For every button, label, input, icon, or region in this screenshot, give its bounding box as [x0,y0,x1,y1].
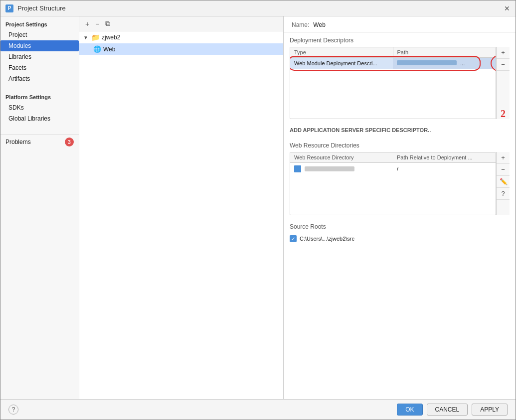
sidebar-item-global-libraries[interactable]: Global Libraries [0,113,79,124]
wr-folder-icon [294,165,301,172]
edit-button-area: ✏️ [494,58,496,69]
deployment-table-header: Type Path [290,47,496,58]
type-column-header: Type [290,47,393,57]
problems-row[interactable]: Problems 3 [0,135,79,149]
platform-settings-section: Platform Settings SDKs Global Libraries [0,89,79,124]
edit-button[interactable]: ✏️ [494,58,496,69]
wr-table-header: Web Resource Directory Path Relative to … [290,152,496,163]
cancel-button[interactable]: CANCEL [427,404,468,416]
web-resource-section: Web Resource Directories Web Resource Di… [284,138,516,219]
title-bar: P Project Structure ✕ [0,0,516,16]
wr-remove-button[interactable]: − [497,164,510,176]
deployment-table-container: Type Path Web Module Deployment Descri..… [290,47,496,119]
sidebar-item-facets[interactable]: Facets [0,62,79,73]
sidebar-item-modules[interactable]: Modules [0,40,79,51]
wr-directory-header: Web Resource Directory [290,152,393,162]
remove-button[interactable]: − [93,19,101,29]
dd-remove-button[interactable]: − [497,59,510,71]
module-icon: 🌐 [93,45,101,53]
source-root-row: ✓ C:\Users\...\zjweb2\src [290,233,510,244]
sidebar-item-project[interactable]: Project [0,29,79,40]
wr-directory-cell [290,163,393,175]
wr-path-header: Path Relative to Deployment ... [393,152,496,162]
wr-empty-space [290,175,496,215]
web-resource-title: Web Resource Directories [290,142,510,149]
name-value: Web [313,21,325,28]
sidebar-item-sdks[interactable]: SDKs [0,102,79,113]
ok-button[interactable]: OK [397,404,422,416]
path-column-header: Path [393,47,496,57]
app-icon: P [5,4,13,12]
wr-path-cell: / [393,163,496,174]
tree-toolbar: + − ⧉ [79,16,283,31]
table-empty-space [290,69,496,119]
folder-icon: 📁 [91,33,100,41]
close-button[interactable]: ✕ [504,5,511,12]
bottom-right: OK CANCEL APPLY [397,404,508,416]
wr-table-container: Web Resource Directory Path Relative to … [290,152,496,215]
problems-label: Problems [5,139,31,145]
tree-child-label: Web [103,46,115,53]
source-root-path: C:\Users\...\zjweb2\src [300,236,354,242]
edit-button-wrapper: ✏️ [494,58,496,69]
right-panel: Name: Web Deployment Descriptors Type Pa… [284,16,516,399]
tree-toggle-icon: ▼ [83,35,89,40]
sidebar-item-artifacts[interactable]: Artifacts [0,73,79,84]
deployment-table: Type Path Web Module Deployment Descri..… [290,47,496,119]
path-blur [397,60,457,65]
title-bar-controls: ✕ [504,5,511,12]
wr-table-row[interactable]: / [290,163,496,175]
sidebar: Project Settings Project Modules Librari… [0,16,79,399]
source-root-checkbox[interactable]: ✓ [290,235,297,242]
type-cell: Web Module Deployment Descri... [290,58,393,69]
copy-button[interactable]: ⧉ [103,18,112,29]
source-roots-title: Source Roots [290,223,510,230]
project-structure-window: P Project Structure ✕ Project Settings P… [0,0,516,420]
main-content: Project Settings Project Modules Librari… [0,16,516,399]
wr-add-button[interactable]: + [497,152,510,164]
bottom-left: ? [8,405,18,415]
deployment-descriptors-title: Deployment Descriptors [290,37,510,44]
wr-table-main: Web Resource Directory Path Relative to … [290,152,496,215]
deployment-table-wrapper: Type Path Web Module Deployment Descri..… [290,47,510,119]
apply-button[interactable]: APPLY [472,404,508,416]
add-descriptor-link[interactable]: ADD APPLICATION SERVER SPECIFIC DESCRIPT… [284,122,516,138]
deployment-descriptors-section: Deployment Descriptors Type Path [284,33,516,122]
source-roots-section: Source Roots ✓ C:\Users\...\zjweb2\src [284,219,516,248]
project-settings-title: Project Settings [0,16,79,29]
wr-path-blur [305,166,354,171]
help-button[interactable]: ? [8,405,18,415]
bottom-bar: ? OK CANCEL APPLY [0,399,516,420]
wr-help-button[interactable]: ? [497,188,510,200]
name-label: Name: [292,21,309,28]
wr-edit-button[interactable]: ✏️ [497,176,510,188]
tree-root-item[interactable]: ▼ 📁 zjweb2 [79,31,283,43]
title-bar-left: P Project Structure [5,4,66,12]
wr-table-wrapper: Web Resource Directory Path Relative to … [290,152,510,215]
add-button[interactable]: + [83,19,91,29]
sidebar-item-libraries[interactable]: Libraries [0,51,79,62]
dd-add-button[interactable]: + [497,47,510,59]
table-row-wrapper: Web Module Deployment Descri... ... [290,58,496,69]
window-title: Project Structure [17,4,66,12]
table-row[interactable]: Web Module Deployment Descri... ... [290,58,496,69]
tree-panel: + − ⧉ ▼ 📁 zjweb2 🌐 Web [79,16,284,399]
wr-side-buttons: + − ✏️ ? [496,152,510,215]
path-cell: ... [393,58,496,69]
name-row: Name: Web [284,16,516,33]
platform-settings-title: Platform Settings [0,89,79,102]
tree-root-label: zjweb2 [102,34,120,41]
tree-child-web[interactable]: 🌐 Web [79,43,283,55]
path-ellipsis: ... [460,60,465,66]
annotation-2: 2 [501,108,506,120]
problems-badge: 3 [65,138,74,146]
